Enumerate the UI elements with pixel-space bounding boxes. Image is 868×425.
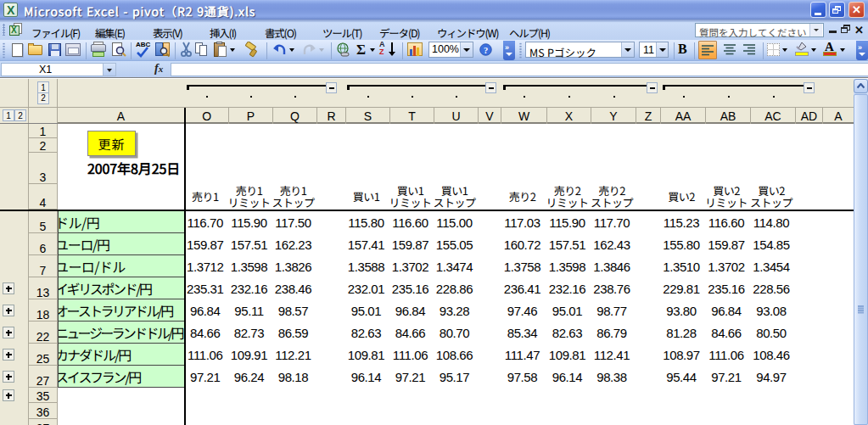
svg-text:?: ? <box>484 46 488 55</box>
